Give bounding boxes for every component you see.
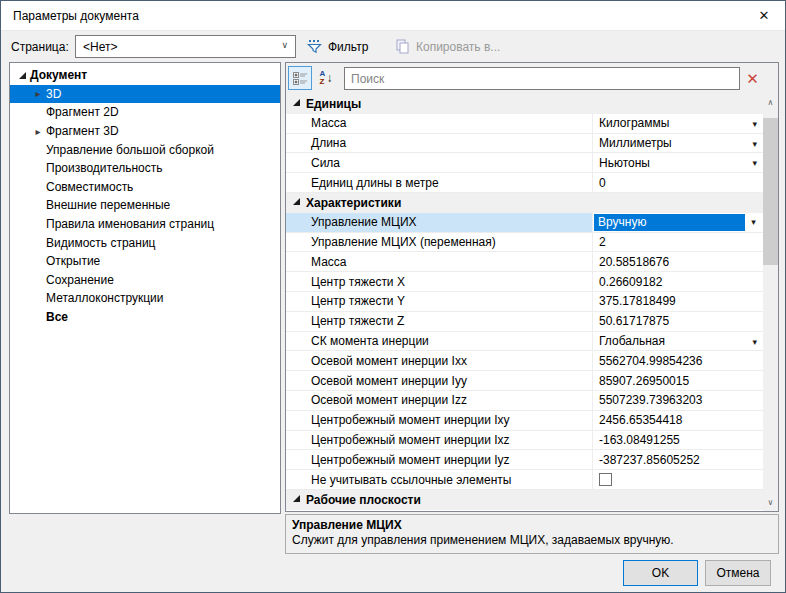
property-value[interactable]: 2 xyxy=(593,233,763,252)
tree-item-0[interactable]: Документ xyxy=(10,66,280,85)
property-row[interactable]: МассаКилограммы▾ xyxy=(286,114,763,134)
property-value[interactable]: -387237.85605252 xyxy=(593,450,763,469)
combobox-selected-value[interactable]: Вручную xyxy=(594,214,745,231)
property-value[interactable]: Килограммы▾ xyxy=(593,114,763,133)
property-row[interactable]: Не учитывать ссылочные элементы xyxy=(286,470,763,490)
property-row[interactable]: Центробежный момент инерции Ixz-163.0849… xyxy=(286,431,763,451)
property-label: Не учитывать ссылочные элементы xyxy=(286,470,593,489)
property-row[interactable]: Масса20.58518676 xyxy=(286,252,763,272)
filter-button[interactable]: Фильтр xyxy=(301,34,374,59)
properties-panel: AZ ↓ ✕ ЕдиницыМассаКилограммы▾ДлинаМилли… xyxy=(285,62,779,512)
tree-expanded-icon[interactable] xyxy=(16,72,28,79)
property-value-text: 0.26609182 xyxy=(599,275,662,289)
tree-item-2[interactable]: Фрагмент 2D xyxy=(10,103,280,122)
tree-item-10[interactable]: Открытие xyxy=(10,252,280,271)
category-collapse-icon[interactable] xyxy=(293,198,300,205)
category-row[interactable]: Характеристики xyxy=(286,193,763,213)
property-value[interactable]: 0.26609182 xyxy=(593,272,763,291)
clear-search-icon[interactable]: ✕ xyxy=(742,67,763,90)
tree-item-8[interactable]: Правила именования страниц xyxy=(10,215,280,234)
scroll-down-icon[interactable]: ∨ xyxy=(763,495,778,510)
property-row[interactable]: Центр тяжести Y375.17818499 xyxy=(286,292,763,312)
property-value[interactable]: 0 xyxy=(593,173,763,192)
dialog-toolbar: Страница: <Нет> ∨ Фильтр Копировать в... xyxy=(1,32,785,62)
category-row[interactable]: Единицы xyxy=(286,94,763,114)
page-combobox-value: <Нет> xyxy=(83,40,117,54)
tree-item-6[interactable]: Совместимость xyxy=(10,178,280,197)
property-value[interactable]: Ньютоны▾ xyxy=(593,153,763,172)
dropdown-arrow-icon[interactable]: ▾ xyxy=(752,158,757,168)
property-value[interactable]: 85907.26950015 xyxy=(593,371,763,390)
tree-item-4[interactable]: Управление большой сборкой xyxy=(10,140,280,159)
page-combobox[interactable]: <Нет> ∨ xyxy=(75,35,296,58)
property-row[interactable]: ДлинаМиллиметры▾ xyxy=(286,134,763,154)
property-row[interactable]: Осевой момент инерции Iyy85907.26950015 xyxy=(286,371,763,391)
property-value[interactable]: Глобальная▾ xyxy=(593,332,763,351)
property-row[interactable]: Единиц длины в метре0 xyxy=(286,173,763,193)
close-icon[interactable]: ✕ xyxy=(743,1,785,30)
tree-collapsed-icon[interactable]: ▸ xyxy=(32,126,44,137)
category-collapse-icon[interactable] xyxy=(293,99,300,106)
tree-item-label: Управление большой сборкой xyxy=(46,143,214,157)
tree-item-1[interactable]: ▸3D xyxy=(10,85,280,104)
tree-item-7[interactable]: Внешние переменные xyxy=(10,196,280,215)
property-row[interactable]: СК момента инерцииГлобальная▾ xyxy=(286,332,763,352)
tree-item-13[interactable]: Все xyxy=(10,308,280,327)
tree-item-5[interactable]: Производительность xyxy=(10,159,280,178)
property-value-text: 2 xyxy=(599,235,606,249)
ok-button[interactable]: OK xyxy=(623,560,698,586)
property-value[interactable]: 5507239.73963203 xyxy=(593,391,763,410)
description-title: Управление МЦИХ xyxy=(292,518,772,532)
property-value[interactable]: 50.61717875 xyxy=(593,312,763,331)
copy-to-button[interactable]: Копировать в... xyxy=(389,34,506,59)
property-label: Длина xyxy=(286,134,593,153)
property-value[interactable]: 2456.65354418 xyxy=(593,411,763,430)
property-value[interactable]: 5562704.99854236 xyxy=(593,351,763,370)
grid-scrollbar[interactable]: ∧ ∨ xyxy=(763,94,778,511)
property-row[interactable]: Осевой момент инерции Izz5507239.7396320… xyxy=(286,391,763,411)
property-value[interactable]: -163.08491255 xyxy=(593,431,763,450)
dropdown-arrow-icon[interactable]: ▾ xyxy=(752,139,757,149)
checkbox[interactable] xyxy=(599,473,612,486)
property-row[interactable]: СилаНьютоны▾ xyxy=(286,153,763,173)
scrollbar-thumb[interactable] xyxy=(763,118,778,265)
sort-alphabetical-button[interactable]: AZ ↓ xyxy=(314,66,338,90)
property-value[interactable]: 375.17818499 xyxy=(593,292,763,311)
tree-item-11[interactable]: Сохранение xyxy=(10,271,280,290)
tree-item-label: Документ xyxy=(30,68,87,82)
property-value[interactable]: 20.58518676 xyxy=(593,252,763,271)
sort-az-icon: AZ ↓ xyxy=(320,70,333,86)
property-row[interactable]: Центр тяжести X0.26609182 xyxy=(286,272,763,292)
property-value-text: 375.17818499 xyxy=(599,294,676,308)
title-bar: Параметры документа ✕ xyxy=(1,1,785,31)
property-row[interactable]: Центробежный момент инерции Iyz-387237.8… xyxy=(286,450,763,470)
property-value[interactable] xyxy=(593,470,763,489)
tree-item-label: Открытие xyxy=(46,254,100,268)
tree-collapsed-icon[interactable]: ▸ xyxy=(32,88,44,99)
property-row[interactable]: Центр тяжести Z50.61717875 xyxy=(286,312,763,332)
property-value[interactable]: Миллиметры▾ xyxy=(593,134,763,153)
category-collapse-icon[interactable] xyxy=(293,495,300,502)
category-row[interactable]: Рабочие плоскости xyxy=(286,490,763,510)
tree-item-3[interactable]: ▸Фрагмент 3D xyxy=(10,122,280,141)
dropdown-arrow-icon[interactable]: ▾ xyxy=(752,337,757,347)
property-row[interactable]: Управление МЦИХ (переменная)2 xyxy=(286,233,763,253)
tree-item-label: Правила именования страниц xyxy=(46,217,214,231)
scroll-up-icon[interactable]: ∧ xyxy=(763,95,778,110)
categorized-view-button[interactable] xyxy=(288,66,312,90)
dropdown-arrow-icon[interactable]: ▾ xyxy=(752,119,757,129)
chevron-down-icon: ∨ xyxy=(281,40,288,50)
search-input[interactable] xyxy=(344,67,740,90)
property-label: Единиц длины в метре xyxy=(286,173,593,192)
property-value[interactable]: Вручную▾ xyxy=(593,213,763,232)
property-row[interactable]: Центробежный момент инерции Ixy2456.6535… xyxy=(286,411,763,431)
tree-item-12[interactable]: Металлоконструкции xyxy=(10,289,280,308)
property-label: Управление МЦИХ xyxy=(286,213,593,232)
cancel-button[interactable]: Отмена xyxy=(705,560,771,586)
dropdown-arrow-icon[interactable]: ▾ xyxy=(745,214,762,231)
category-label: Рабочие плоскости xyxy=(306,493,421,507)
property-row[interactable]: Осевой момент инерции Ixx5562704.9985423… xyxy=(286,351,763,371)
property-row[interactable]: Управление МЦИХВручную▾ xyxy=(286,213,763,233)
property-value-text: -387237.85605252 xyxy=(599,453,700,467)
tree-item-9[interactable]: Видимость страниц xyxy=(10,233,280,252)
